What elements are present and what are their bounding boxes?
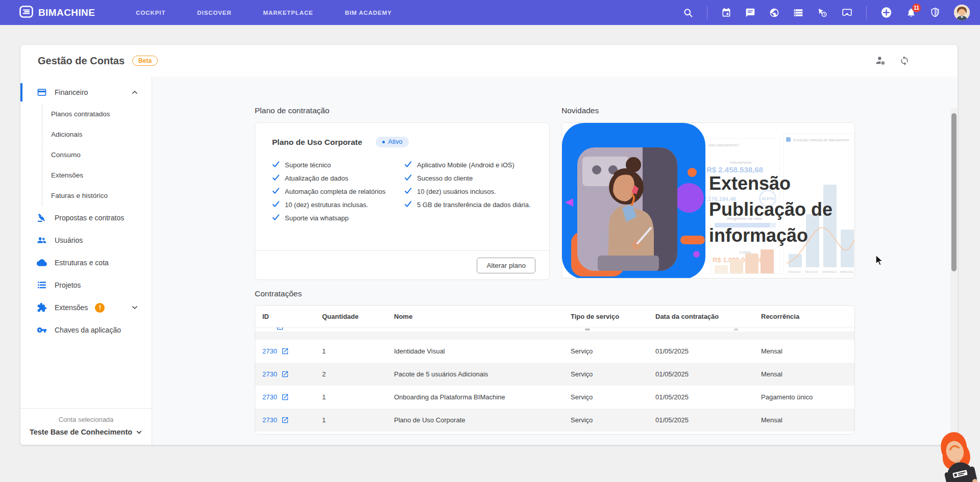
plan-section: Plano de contratação Plano de Uso Corpor… <box>255 106 550 280</box>
check-icon <box>404 161 412 168</box>
refresh-icon[interactable] <box>899 56 910 66</box>
cast-icon[interactable] <box>842 8 852 18</box>
news-banner[interactable]: meu faturamento? Faturamento R$ 2.458.53… <box>561 122 855 278</box>
external-link-icon <box>281 393 289 401</box>
brand[interactable]: BIMACHINE <box>19 6 95 20</box>
deco-purple-dot <box>693 251 700 258</box>
sidebar-item-label: Extensões <box>55 303 88 312</box>
menu-cockpit[interactable]: COCKPIT <box>136 10 165 16</box>
sidebar-item-financeiro[interactable]: Financeiro <box>20 82 152 103</box>
sidebar-subitem-extensoes[interactable]: Extensões <box>42 165 152 185</box>
col-data-contratacao: Data da contratação <box>655 313 761 320</box>
manage-accounts-icon[interactable] <box>875 56 886 66</box>
external-link-icon <box>281 347 289 355</box>
credit-card-icon <box>37 87 47 97</box>
check-icon <box>272 174 280 181</box>
content-area: Plano de contratação Plano de Uso Corpor… <box>152 77 958 445</box>
plan-name: Plano de Uso Corporate <box>272 138 362 147</box>
cell-recurrence: Mensal <box>761 370 854 378</box>
col-tipo-servico: Tipo de serviço <box>571 313 655 320</box>
plan-feature: 5 GB de transferência de dados diária. <box>404 200 531 209</box>
presentation-history-icon[interactable] <box>817 8 828 18</box>
table-row[interactable]: 2730 2 Pacote de 5 usuários Adicionais S… <box>255 363 854 386</box>
support-mascot[interactable] <box>932 427 980 482</box>
external-link-icon <box>276 327 284 331</box>
change-plan-button[interactable]: Alterar plano <box>477 258 535 273</box>
contracts-section-title: Contratações <box>255 289 855 298</box>
cell-qty: 1 <box>322 416 394 424</box>
contract-id-link[interactable]: 2730 <box>262 370 322 378</box>
search-icon[interactable] <box>683 8 693 18</box>
main-menu: COCKPIT DISCOVER MARKETPLACE BIM ACADEMY <box>136 10 391 16</box>
notifications-icon[interactable]: 11 <box>906 7 916 18</box>
cell-recurrence: Mensal <box>761 347 854 355</box>
sidebar-item-label: Financeiro <box>55 88 88 96</box>
menu-discover[interactable]: DISCOVER <box>197 10 231 16</box>
external-link-icon <box>281 416 289 424</box>
sidebar-item-label: Estruturas e cota <box>55 259 109 267</box>
sidebar-item-label: Chaves da aplicação <box>55 326 121 334</box>
table-row[interactable]: 2730 1 Identidade Visual Serviço 01/05/2… <box>255 340 854 363</box>
news-section: Novidades meu faturamento? Faturamento R… <box>561 106 855 280</box>
plan-feature: Automação completa de relatórios <box>272 187 404 196</box>
sidebar-item-usuarios[interactable]: Usuários <box>20 229 152 251</box>
col-recorrencia: Recorrência <box>761 313 854 320</box>
plan-feature: Sucesso do cliente <box>404 174 531 183</box>
chevron-up-icon <box>131 89 138 96</box>
check-icon <box>404 201 412 208</box>
sidebar-subitem-consumo[interactable]: Consumo <box>42 144 152 165</box>
sidebar-item-chaves-aplicacao[interactable]: Chaves da aplicação <box>20 319 152 341</box>
beta-badge: Beta <box>132 56 158 66</box>
add-icon[interactable] <box>880 7 892 18</box>
deco-purple-circle <box>674 183 704 213</box>
notification-badge: 11 <box>912 4 921 12</box>
project-list-icon <box>37 280 47 290</box>
cell-type: Serviço <box>571 347 655 355</box>
shield-icon[interactable] <box>930 7 940 18</box>
chevron-down-icon <box>131 304 138 311</box>
table-row[interactable]: 2730 1 Plano de Uso Corporate Serviço 01… <box>255 409 854 432</box>
menu-bim-academy[interactable]: BIM ACADEMY <box>345 10 392 16</box>
plan-card: Plano de Uso Corporate Ativo Suporte téc… <box>255 122 550 280</box>
contract-id-link[interactable]: 2730 <box>262 393 322 401</box>
bimachine-logo-icon <box>19 6 33 20</box>
menu-marketplace[interactable]: MARKETPLACE <box>263 10 313 16</box>
brand-name: BIMACHINE <box>38 7 95 18</box>
sidebar-subitem-faturas-historico[interactable]: Faturas e histórico <box>42 185 152 206</box>
sidebar-item-extensoes[interactable]: Extensões ! <box>20 296 152 319</box>
sidebar-item-projetos[interactable]: Projetos <box>20 274 152 296</box>
plan-feature: Suporte via whatsapp <box>272 214 404 222</box>
table-row[interactable]: 2730 1 Onboarding da Plataforma BIMachin… <box>255 386 854 409</box>
avatar[interactable] <box>954 5 970 20</box>
cell-date: 01/05/2025 <box>655 347 761 355</box>
sidebar-item-estruturas-cota[interactable]: Estruturas e cota <box>20 251 152 274</box>
chat-icon[interactable] <box>745 8 755 18</box>
navbar-divider <box>707 6 707 19</box>
news-section-title: Novidades <box>561 106 855 115</box>
content-scrollbar[interactable] <box>950 108 958 445</box>
deco-orange-dot <box>688 168 697 177</box>
cell-type: Serviço <box>571 416 655 424</box>
globe-icon[interactable] <box>769 8 779 18</box>
plan-status-badge: Ativo <box>376 137 409 147</box>
cell-date: 01/05/2025 <box>655 393 761 401</box>
check-icon <box>272 161 280 168</box>
cell-date: 01/05/2025 <box>655 370 761 378</box>
calendar-icon[interactable] <box>721 8 731 18</box>
scrollbar-thumb[interactable] <box>951 113 957 271</box>
status-dot <box>382 141 385 143</box>
account-selector[interactable]: Teste Base de Conhecimento <box>30 428 142 436</box>
selected-account-label: Conta selecionada <box>20 416 152 423</box>
top-navbar: BIMACHINE COCKPIT DISCOVER MARKETPLACE B… <box>0 0 980 25</box>
plan-feature: Suporte técnico <box>272 161 404 169</box>
table-row-partial <box>255 327 854 332</box>
contract-id-link[interactable]: 2730 <box>262 416 322 424</box>
sidebar-subitem-adicionais[interactable]: Adicionais <box>42 124 152 144</box>
key-icon <box>37 325 47 335</box>
sidebar-item-propostas-contratos[interactable]: Propostas e contratos <box>20 207 152 229</box>
cell-qty: 2 <box>322 370 394 378</box>
sidebar-subitem-planos-contratados[interactable]: Planos contratados <box>42 104 152 124</box>
storage-icon[interactable] <box>793 8 803 18</box>
contract-id-link[interactable]: 2730 <box>262 347 322 355</box>
puzzle-icon <box>37 302 47 313</box>
